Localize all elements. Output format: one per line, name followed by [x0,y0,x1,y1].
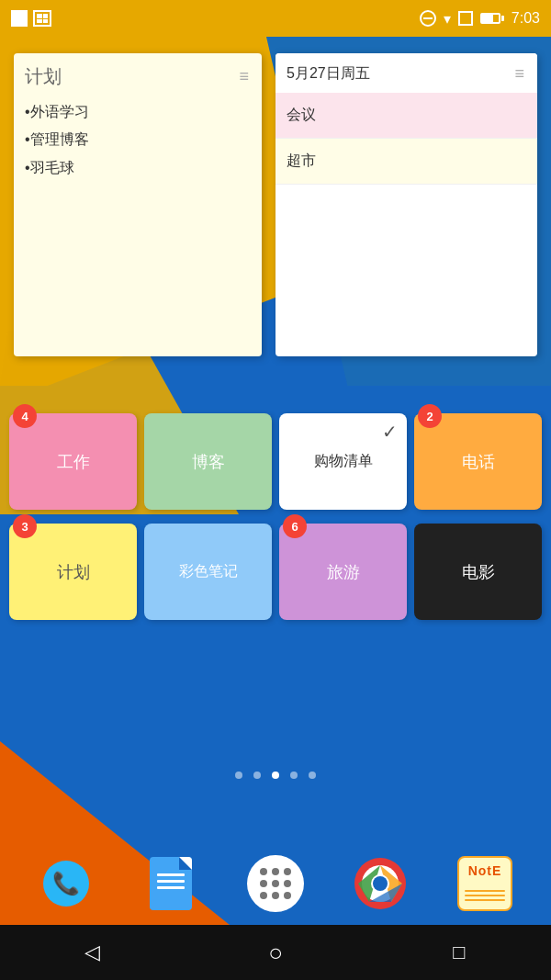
note-line-3 [465,899,505,901]
widget-calendar-header: 5月27日周五 ≡ [276,53,537,93]
app-icon-wrap-phone[interactable]: 电话 2 [414,413,542,510]
status-bar: ▾ 7:03 [0,0,551,37]
app-icon-shopping[interactable]: ✓ 购物清单 [279,413,407,510]
app-icon-work[interactable]: 工作 [9,413,137,510]
svg-point-5 [373,876,388,891]
nav-recents-button[interactable]: □ [436,929,482,975]
status-left-icons [11,10,51,27]
dot-2 [253,772,261,779]
app-icon-phone[interactable]: 电话 [414,413,542,510]
app-icon-travel[interactable]: 旅游 [279,524,407,620]
app-badge-plan: 3 [13,514,37,538]
apps-dot [284,892,291,899]
app-icon-wrap-work[interactable]: 工作 4 [9,413,137,510]
dot-1 [235,772,242,779]
widget-calendar-row-2: 超市 [276,139,537,185]
widget-calendar-date: 5月27日周五 [287,64,370,84]
dock-note[interactable]: NotE [456,855,513,912]
app-icon-plan[interactable]: 计划 [9,524,137,620]
nav-back-button[interactable]: ◁ [69,929,115,975]
widget-plan-item-3: •羽毛球 [25,154,251,182]
checkmark-icon: ✓ [382,421,398,443]
widget-plan-title: 计划 [25,64,62,89]
docs-lines [150,873,192,889]
apps-dot [272,892,279,899]
docs-line-3 [157,886,185,889]
app-icon-wrap-plan[interactable]: 计划 3 [9,524,137,620]
app-icon-blog[interactable]: 博客 [144,413,272,510]
widget-plan-content: •外语学习 •管理博客 •羽毛球 [25,98,251,182]
status-right-icons: ▾ 7:03 [420,10,540,28]
app-grid-row1: 工作 4 博客 ✓ 购物清单 电话 2 [9,413,542,510]
app-icon-wrap-movie[interactable]: 电影 [414,524,542,620]
docs-corner [179,857,192,870]
chrome-icon [354,858,406,909]
nav-bar: ◁ ○ □ [0,925,551,980]
app-icon-wrap-blog[interactable]: 博客 [144,413,272,510]
battery-icon [480,13,504,24]
svg-text:📞: 📞 [52,870,80,896]
note-line-1 [465,890,505,892]
status-icon-1 [11,10,28,27]
dock-docs[interactable] [142,855,199,912]
apps-dot [284,880,291,887]
app-grid-row2: 计划 3 彩色笔记 旅游 6 电影 [9,524,542,620]
apps-dot [272,868,279,875]
dock: 📞 [0,842,551,925]
app-badge-phone: 2 [418,404,442,428]
status-icon-2 [33,10,51,27]
app-icon-movie[interactable]: 电影 [414,524,542,620]
widget-plan-header: 计划 ≡ [25,64,251,89]
app-badge-travel: 6 [283,514,307,538]
note-app-icon: NotE [457,856,512,911]
dnd-icon [420,10,436,27]
wifi-icon: ▾ [444,10,451,28]
widget-plan-item-2: •管理博客 [25,126,251,153]
widget-calendar-row-3 [276,185,537,332]
note-app-label: NotE [468,863,502,878]
note-app-lines [465,887,505,904]
app-icon-wrap-travel[interactable]: 旅游 6 [279,524,407,620]
phone-icon: 📞 [43,861,89,907]
dock-apps[interactable] [247,855,304,912]
status-time: 7:03 [512,10,540,27]
note-line-2 [465,895,505,896]
dock-phone[interactable]: 📞 [38,855,95,912]
dock-chrome[interactable] [352,855,409,912]
nav-home-button[interactable]: ○ [253,929,298,975]
docs-icon [150,857,192,910]
docs-line-1 [157,873,185,876]
app-icon-wrap-shopping[interactable]: ✓ 购物清单 [279,413,407,510]
widget-calendar-menu-icon[interactable]: ≡ [514,64,526,84]
app-badge-work: 4 [13,404,37,428]
signal-icon [458,11,473,26]
widget-calendar-row-1: 会议 [276,93,537,139]
app-icon-colorNote[interactable]: 彩色笔记 [144,524,272,620]
apps-dot [272,880,279,887]
app-icon-wrap-colorNote[interactable]: 彩色笔记 [144,524,272,620]
apps-dot [260,892,267,899]
dot-4 [290,772,298,779]
apps-dot [284,868,291,875]
apps-dot [260,880,267,887]
widget-plan-item-1: •外语学习 [25,98,251,126]
dot-3-active [272,772,279,779]
widget-plan-menu-icon[interactable]: ≡ [239,67,251,86]
apps-dot [260,868,267,875]
widget-calendar[interactable]: 5月27日周五 ≡ 会议 超市 [276,53,537,356]
widget-plan[interactable]: 计划 ≡ •外语学习 •管理博客 •羽毛球 [14,53,262,356]
page-indicators [0,772,551,779]
dot-5 [309,772,316,779]
docs-line-2 [157,880,185,883]
